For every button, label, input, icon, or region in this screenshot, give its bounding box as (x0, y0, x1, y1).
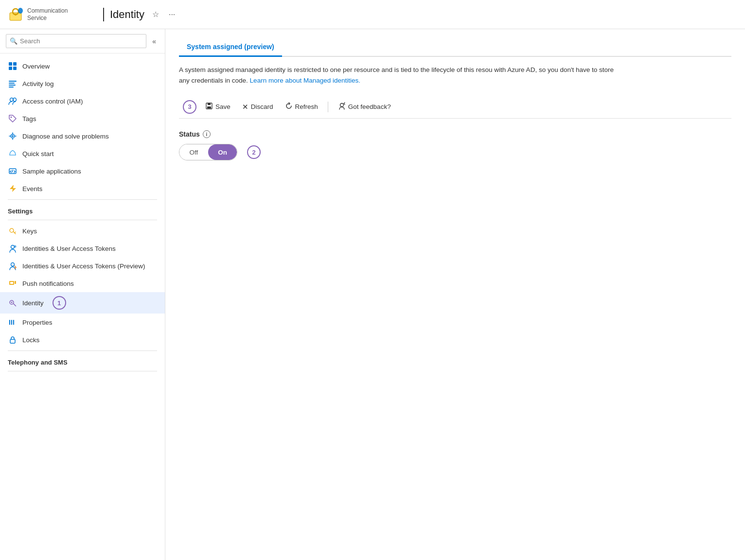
telephony-section-label: Telephony and SMS (0, 353, 165, 369)
sidebar-item-locks[interactable]: Locks (0, 331, 165, 349)
description-content: A system assigned managed identity is re… (179, 66, 614, 84)
svg-rect-7 (13, 67, 17, 70)
tags-label: Tags (22, 115, 36, 122)
settings-section-label: Settings (0, 202, 165, 218)
toggle-on-option[interactable]: On (208, 144, 237, 160)
diagnose-label: Diagnose and solve problems (22, 133, 109, 140)
events-icon (8, 184, 18, 193)
refresh-icon (285, 102, 293, 111)
step3-badge: 3 (183, 100, 196, 114)
save-label: Save (215, 103, 231, 110)
identities-tokens-icon (8, 244, 18, 253)
identity-label: Identity (22, 299, 44, 307)
header-divider (103, 8, 104, 21)
svg-rect-9 (9, 83, 15, 84)
sidebar-nav: Overview Activity log (0, 53, 165, 560)
toolbar: 3 Save ✕ Discard (179, 95, 731, 119)
svg-rect-32 (207, 106, 211, 108)
sample-apps-label: Sample applications (22, 168, 81, 175)
svg-rect-4 (9, 62, 12, 66)
push-notifications-label: Push notifications (22, 280, 74, 287)
discard-button[interactable]: ✕ Discard (237, 100, 278, 114)
refresh-label: Refresh (295, 103, 318, 110)
svg-rect-27 (11, 320, 12, 325)
svg-rect-22 (10, 282, 13, 284)
feedback-label: Got feedback? (348, 103, 391, 110)
toggle-off-option[interactable]: Off (179, 144, 208, 160)
page-title: Identity (110, 8, 144, 21)
description-text: A system assigned managed identity is re… (179, 65, 617, 86)
svg-rect-26 (9, 320, 10, 325)
search-icon: 🔍 (10, 37, 18, 45)
sidebar-item-push-notifications[interactable]: Push notifications (0, 275, 165, 292)
svg-rect-31 (208, 103, 211, 105)
overview-icon (8, 61, 18, 71)
svg-rect-28 (13, 320, 14, 325)
locks-label: Locks (22, 336, 39, 344)
tabs: System assigned (preview) (179, 39, 731, 57)
sidebar-item-events[interactable]: Events (0, 180, 165, 197)
sidebar-item-access-control[interactable]: Access control (IAM) (0, 92, 165, 110)
header-logo: Communication Service (8, 7, 86, 22)
search-input[interactable] (6, 34, 146, 48)
identities-tokens-preview-label: Identities & User Access Tokens (Preview… (22, 262, 145, 270)
tab-system-assigned[interactable]: System assigned (preview) (179, 39, 282, 57)
status-label: Status (179, 130, 200, 138)
activity-log-icon (8, 79, 18, 88)
svg-point-3 (18, 8, 23, 14)
step2-badge: 2 (247, 145, 261, 159)
telephony-divider2 (8, 371, 157, 371)
service-name-label: Communication Service (27, 7, 86, 21)
collapse-sidebar-button[interactable]: « (149, 35, 159, 47)
sidebar-item-sample-apps[interactable]: Sample applications (0, 162, 165, 180)
status-info-icon: i (203, 130, 211, 138)
sidebar-item-identities-tokens[interactable]: Identities & User Access Tokens (0, 240, 165, 257)
status-label-row: Status i (179, 130, 731, 138)
properties-icon (8, 317, 18, 327)
sidebar-item-activity-log[interactable]: Activity log (0, 75, 165, 92)
keys-label: Keys (22, 228, 37, 235)
more-options-button[interactable]: ··· (167, 8, 177, 21)
events-label: Events (22, 185, 42, 192)
refresh-button[interactable]: Refresh (280, 99, 323, 114)
quick-start-label: Quick start (22, 150, 54, 158)
svg-rect-8 (9, 81, 17, 82)
sidebar-item-overview[interactable]: Overview (0, 57, 165, 75)
sidebar-item-identities-tokens-preview[interactable]: Identities & User Access Tokens (Preview… (0, 257, 165, 275)
favorite-button[interactable]: ☆ (150, 8, 161, 21)
svg-point-20 (11, 263, 15, 266)
sidebar-item-tags[interactable]: Tags (0, 110, 165, 127)
svg-rect-5 (13, 62, 17, 66)
sidebar-item-identity[interactable]: Identity 1 (0, 292, 165, 314)
discard-label: Discard (251, 103, 273, 110)
status-toggle[interactable]: Off On (179, 144, 237, 160)
access-control-label: Access control (IAM) (22, 98, 83, 105)
top-header: Communication Service Identity ☆ ··· (0, 0, 745, 29)
push-notifications-icon (8, 279, 18, 288)
svg-rect-6 (9, 67, 12, 70)
sidebar-item-diagnose[interactable]: Diagnose and solve problems (0, 127, 165, 145)
svg-point-14 (11, 117, 12, 118)
sidebar: 🔍 « Overview (0, 29, 165, 560)
identities-tokens-label: Identities & User Access Tokens (22, 245, 116, 252)
telephony-divider (8, 350, 157, 351)
svg-rect-29 (10, 339, 15, 343)
svg-rect-10 (9, 85, 16, 86)
toolbar-separator (328, 102, 328, 112)
sidebar-item-properties[interactable]: Properties (0, 314, 165, 331)
sidebar-item-keys[interactable]: Keys (0, 222, 165, 240)
content-area: System assigned (preview) A system assig… (165, 29, 745, 560)
identities-tokens-preview-icon (8, 261, 18, 271)
learn-more-link[interactable]: Learn more about Managed identities. (250, 77, 360, 84)
settings-divider (8, 199, 157, 200)
overview-label: Overview (22, 63, 50, 70)
feedback-button[interactable]: Got feedback? (333, 99, 396, 114)
activity-log-label: Activity log (22, 80, 54, 88)
tags-icon (8, 114, 18, 123)
sidebar-search: 🔍 « (0, 29, 165, 53)
access-control-icon (8, 96, 18, 106)
svg-point-25 (11, 302, 13, 303)
feedback-icon (338, 102, 346, 111)
sidebar-item-quick-start[interactable]: Quick start (0, 145, 165, 162)
save-button[interactable]: Save (200, 99, 235, 114)
